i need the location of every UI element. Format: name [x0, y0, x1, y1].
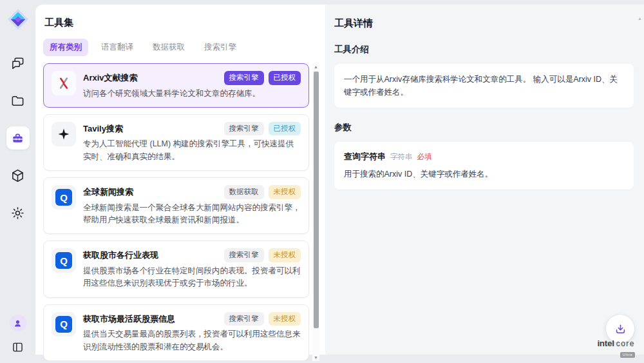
tab-data-fetch[interactable]: 数据获取	[146, 39, 191, 56]
scroll-up-arrow[interactable]: ▲	[312, 63, 319, 70]
sidebar-bottom	[0, 315, 35, 357]
category-badge: 搜索引擎	[224, 71, 264, 85]
app-window: 工具集 所有类别 语言翻译 数据获取 搜索引擎	[0, 0, 644, 363]
app-logo-icon[interactable]	[6, 8, 30, 31]
tool-card-tavily[interactable]: Tavily搜索 搜索引擎 已授权 专为人工智能代理 (LLM) 构建的搜索引擎…	[43, 114, 309, 171]
tool-name: Tavily搜索	[83, 122, 123, 135]
tool-list-panel: 工具集 所有类别 语言翻译 数据获取 搜索引擎	[35, 5, 325, 355]
tavily-star-icon	[52, 122, 76, 146]
scrollbar-thumb[interactable]	[314, 72, 319, 328]
folder-icon[interactable]	[6, 89, 30, 112]
user-avatar[interactable]	[10, 315, 26, 331]
param-type: 字符串	[390, 152, 413, 162]
param-card: 查询字符串 字符串 必填 用于搜索的Arxiv ID、关键字或作者姓名。	[334, 142, 634, 190]
tool-description: 专为人工智能代理 (LLM) 构建的搜索引擎工具，可快速提供实时、准确和真实的结…	[83, 138, 301, 163]
intro-heading: 工具介绍	[334, 44, 634, 55]
tool-card-most-active-stocks[interactable]: Q 获取市场最活跃股票信息 搜索引擎 未授权 提供当天交易量最高的股票列表，投资…	[43, 304, 309, 361]
category-tabs: 所有类别 语言翻译 数据获取 搜索引擎	[43, 39, 325, 56]
detail-title: 工具详情	[334, 17, 634, 30]
tool-description: 全球新闻搜索是一个聚合全球各大新闻网站内容的搜索引擎，帮助用户快速获取全球最新资…	[83, 202, 301, 227]
tool-description: 提供当天交易量最高的股票列表，投资者可以利用这些信息来识别流动性强的股票和潜在的…	[83, 328, 301, 353]
intel-core-logo: intel core Ultra	[597, 339, 635, 358]
tab-all-categories[interactable]: 所有类别	[43, 39, 88, 56]
tool-name: 获取市场最活跃股票信息	[83, 312, 175, 325]
scroll-down-arrow[interactable]: ▼	[312, 354, 319, 361]
tool-name: 全球新闻搜索	[83, 185, 133, 198]
cube-icon[interactable]	[6, 164, 30, 187]
chat-icon[interactable]	[6, 52, 30, 75]
param-required-flag: 必填	[417, 152, 432, 162]
toolbox-icon[interactable]	[6, 126, 30, 150]
tool-detail-panel: 工具详情 工具介绍 一个用于从Arxiv存储库搜索科学论文和文章的工具。 输入可…	[325, 5, 644, 355]
auth-status-badge: 已授权	[269, 122, 301, 136]
news-q-icon: Q	[52, 312, 76, 337]
category-badge: 数据获取	[224, 185, 264, 199]
intro-card: 一个用于从Arxiv存储库搜索科学论文和文章的工具。 输入可以是Arxiv ID…	[334, 64, 634, 108]
tool-description: 访问各个研究领域大量科学论文和文章的存储库。	[83, 88, 301, 100]
param-name: 查询字符串	[344, 151, 386, 162]
category-badge: 搜索引擎	[224, 312, 264, 326]
list-scrollbar[interactable]: ▲ ▼	[312, 63, 319, 361]
page-title: 工具集	[43, 17, 325, 29]
tool-name: Arxiv文献搜索	[83, 71, 138, 84]
ultra-badge: Ultra	[620, 352, 635, 358]
tool-list: Arxiv文献搜索 搜索引擎 已授权 访问各个研究领域大量科学论文和文章的存储库…	[43, 63, 320, 361]
category-badge: 搜索引擎	[224, 248, 264, 262]
params-heading: 参数	[334, 122, 634, 133]
gear-icon[interactable]	[6, 201, 30, 224]
sidebar	[0, 0, 35, 363]
sidebar-nav	[6, 52, 30, 224]
auth-status-badge: 未授权	[269, 185, 301, 199]
auth-status-badge: 未授权	[269, 248, 301, 262]
intro-text: 一个用于从Arxiv存储库搜索科学论文和文章的工具。 输入可以是Arxiv ID…	[344, 73, 624, 99]
tab-language-translation[interactable]: 语言翻译	[95, 39, 140, 56]
tool-card-global-news[interactable]: Q 全球新闻搜索 数据获取 未授权 全球新闻搜索是一个聚合全球各大新闻网站内容的…	[43, 177, 309, 234]
news-q-icon: Q	[52, 185, 76, 210]
auth-status-badge: 未授权	[269, 312, 301, 326]
news-q-icon: Q	[52, 248, 76, 273]
param-description: 用于搜索的Arxiv ID、关键字或作者姓名。	[344, 168, 624, 181]
auth-status-badge: 已授权	[269, 71, 301, 85]
intel-wordmark: intel	[597, 339, 614, 348]
tool-description: 提供股票市场各个行业在特定时间段内的表现。投资者可以利用这些信息来识别表现优于或…	[83, 265, 301, 290]
detail-scroll-hint: ▲	[638, 16, 642, 21]
collapse-panel-icon[interactable]	[11, 340, 24, 357]
arxiv-logo-icon	[52, 71, 76, 95]
tab-search-engine[interactable]: 搜索引擎	[198, 39, 243, 56]
core-wordmark: core	[616, 340, 635, 348]
category-badge: 搜索引擎	[224, 122, 264, 136]
tool-card-arxiv[interactable]: Arxiv文献搜索 搜索引擎 已授权 访问各个研究领域大量科学论文和文章的存储库…	[43, 63, 309, 108]
tool-card-sector-performance[interactable]: Q 获取股市各行业表现 搜索引擎 未授权 提供股票市场各个行业在特定时间段内的表…	[43, 240, 309, 297]
tool-name: 获取股市各行业表现	[83, 248, 158, 261]
